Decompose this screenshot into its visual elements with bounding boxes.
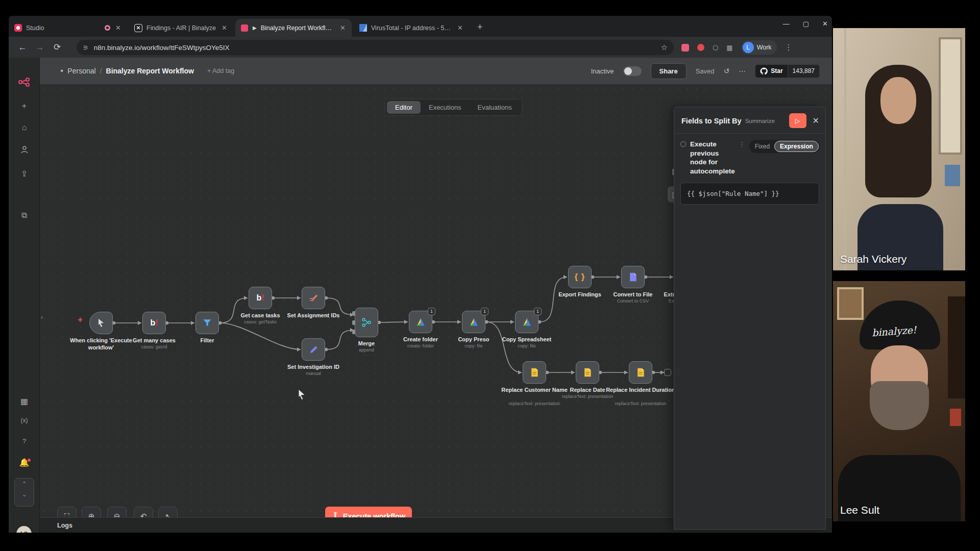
browser-toolbar: ← → ⟳ ⚞ n8n.binalyze.io/workflow/ttFeSWt… [9, 37, 832, 58]
participant-name: Sarah Vickery [840, 253, 906, 265]
view-tabs: Editor Executions Evaluations [385, 99, 522, 116]
browser-menu-icon[interactable]: ⋮ [785, 43, 793, 52]
user-avatar[interactable]: LS [16, 526, 32, 533]
address-bar[interactable]: ⚞ n8n.binalyze.io/workflow/ttFeSWtpysOYe… [77, 40, 674, 55]
saved-button[interactable]: Saved [696, 67, 715, 75]
variables-icon[interactable]: (x) [9, 417, 40, 424]
share-button[interactable]: Share [651, 63, 687, 79]
connection-endpoint[interactable] [664, 369, 671, 376]
home-icon[interactable]: ⌂ [9, 123, 40, 132]
webcam-lee: binalyze! Lee Sult [833, 281, 965, 521]
mode-expression-button[interactable]: Expression [774, 141, 819, 152]
add-trigger-hint-icon[interactable]: + [78, 315, 83, 325]
url-text[interactable]: n8n.binalyze.io/workflow/ttFeSWtpysOYe5I… [94, 44, 656, 52]
tab-close-icon[interactable]: ✕ [220, 24, 228, 32]
sidebar: + ⌂ ⇪ ⧉ ▦ (x) ? 🔔 ⌃⌄ LS [9, 58, 40, 533]
sidebar-collapse-icon[interactable]: ‹ [41, 314, 43, 321]
param-radio-icon[interactable] [680, 141, 686, 147]
binalyze-air-icon: ✕ [134, 24, 142, 32]
participant-name: Lee Sult [840, 504, 879, 516]
mouse-cursor [298, 389, 307, 400]
workflow-header: ꔷ Personal / Binalyze Report Workflow + … [40, 58, 832, 84]
logs-label: Logs [57, 522, 72, 529]
param-label: Execute previous node for autocomplete [690, 140, 735, 176]
webcam-sarah: Sarah Vickery [833, 28, 965, 270]
items-badge: 1 [428, 308, 435, 315]
active-toggle[interactable] [623, 66, 642, 76]
active-status-label: Inactive [591, 67, 614, 75]
add-tag-button[interactable]: + Add tag [207, 67, 234, 74]
expression-input[interactable]: {{ $json["Rule Name"] }} [680, 183, 819, 205]
stack-icon[interactable]: ⧉ [9, 211, 40, 220]
back-icon[interactable]: ← [14, 42, 31, 53]
node-details-panel: Fields to Split By Summarize ▷ ✕ Execute… [674, 107, 826, 530]
n8n-app: + ⌂ ⇪ ⧉ ▦ (x) ? 🔔 ⌃⌄ LS ꔷ Personal / Bin… [9, 58, 832, 533]
tab-findings[interactable]: ✕ Findings - AIR | Binalyze ✕ [129, 19, 233, 37]
breadcrumb-project[interactable]: Personal [67, 67, 95, 75]
mode-fixed-button[interactable]: Fixed [750, 143, 774, 150]
tab-strip: Studio ✕ ✕ Findings - AIR | Binalyze ✕ ▶… [9, 16, 832, 37]
mode-toggle: Fixed Expression [749, 140, 820, 153]
panel-title: Fields to Split By [681, 117, 742, 125]
add-workflow-icon[interactable]: + [9, 102, 40, 111]
new-tab-button[interactable]: + [477, 22, 483, 33]
panel-close-icon[interactable]: ✕ [813, 116, 819, 126]
notifications-bell-icon[interactable]: 🔔 [9, 458, 40, 467]
share-icon[interactable]: ⇪ [9, 169, 40, 179]
history-icon[interactable]: ↺ [724, 67, 730, 75]
updates-widget[interactable]: ⌃⌄ [14, 478, 34, 507]
profile-label: Work [757, 44, 772, 51]
close-icon[interactable]: ✕ [822, 20, 828, 28]
browser-profile-chip[interactable]: L Work [741, 40, 777, 55]
breadcrumb: ꔷ Personal / Binalyze Report Workflow + … [60, 67, 234, 75]
extension-grid-icon[interactable]: ▦ [726, 44, 732, 52]
tab-virustotal[interactable]: VirusTotal - IP address - 5.252.2 ✕ [354, 19, 469, 37]
items-badge: 1 [481, 308, 488, 315]
github-icon [760, 67, 768, 75]
tab-title: Binalyze Report Workflow - n [261, 24, 335, 32]
extensions-area: ⬡ ▦ L Work ⋮ [681, 40, 793, 55]
browser-window: Studio ✕ ✕ Findings - AIR | Binalyze ✕ ▶… [9, 16, 832, 533]
panel-node-type: Summarize [745, 118, 775, 124]
person-icon: ꔷ [60, 67, 63, 75]
run-node-button[interactable]: ▷ [789, 113, 806, 128]
items-badge: 1 [534, 308, 542, 315]
extension-pink-icon[interactable] [681, 44, 689, 52]
star-count: 143,887 [788, 65, 819, 78]
tab-title: VirusTotal - IP address - 5.252.2 [371, 24, 452, 32]
n8n-logo-icon[interactable] [9, 77, 40, 89]
help-icon[interactable]: ? [9, 437, 40, 445]
tab-studio[interactable]: Studio ✕ [9, 19, 127, 37]
more-options-icon[interactable]: ⋯ [739, 67, 746, 75]
recording-indicator-icon [105, 25, 110, 31]
param-options-icon[interactable]: ⋮ [739, 141, 745, 176]
tab-executions[interactable]: Executions [421, 101, 470, 114]
tab-playing-icon: ▶ [253, 25, 257, 31]
tab-editor[interactable]: Editor [387, 101, 421, 114]
profile-avatar: L [743, 42, 754, 53]
forward-icon[interactable]: → [31, 42, 48, 53]
extension-puzzle-icon[interactable]: ⬡ [713, 44, 718, 52]
site-settings-icon[interactable]: ⚞ [83, 44, 89, 52]
studio-icon [14, 24, 22, 32]
tab-title: Studio [26, 24, 101, 32]
virustotal-icon [359, 24, 367, 32]
minimize-icon[interactable]: — [783, 20, 790, 28]
tab-n8n-workflow[interactable]: ▶ Binalyze Report Workflow - n ✕ [235, 19, 352, 37]
extension-record-icon[interactable] [697, 44, 704, 51]
workflow-title[interactable]: Binalyze Report Workflow [106, 67, 194, 75]
n8n-favicon [240, 24, 249, 32]
tab-close-icon[interactable]: ✕ [339, 24, 347, 32]
templates-icon[interactable]: ▦ [9, 396, 40, 406]
tab-close-icon[interactable]: ✕ [456, 24, 464, 32]
reload-icon[interactable]: ⟳ [48, 42, 66, 53]
user-icon[interactable] [9, 145, 40, 155]
bookmark-star-icon[interactable]: ☆ [661, 43, 668, 52]
tab-close-icon[interactable]: ✕ [114, 24, 122, 32]
star-label: Star [771, 67, 782, 74]
maximize-icon[interactable]: ▢ [803, 20, 809, 28]
tab-title: Findings - AIR | Binalyze [146, 24, 216, 32]
breadcrumb-separator: / [100, 67, 102, 75]
github-star-widget[interactable]: Star 143,887 [755, 64, 820, 78]
tab-evaluations[interactable]: Evaluations [470, 101, 520, 114]
